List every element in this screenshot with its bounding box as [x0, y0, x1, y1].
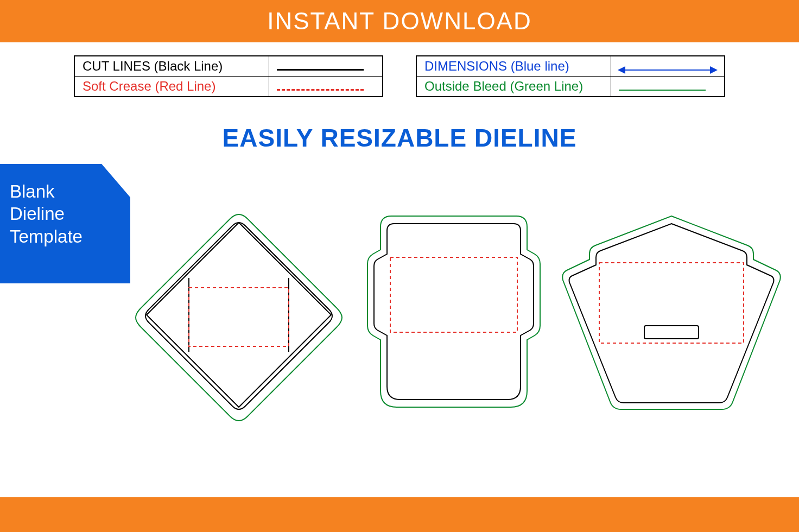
legend-cut-lines-label: CUT LINES (Black Line) — [74, 56, 269, 77]
blank-dieline-badge: Blank Dieline Template — [0, 164, 130, 283]
svg-rect-1 — [390, 257, 517, 332]
svg-rect-2 — [644, 326, 699, 339]
black-line-icon — [277, 69, 364, 71]
blue-arrow-icon — [619, 69, 716, 71]
legend-dimensions-label: DIMENSIONS (Blue line) — [416, 56, 611, 77]
legend-left: CUT LINES (Black Line) Soft Crease (Red … — [74, 55, 383, 97]
dieline-template-3 — [560, 212, 783, 418]
svg-rect-3 — [599, 263, 744, 343]
legend-cut-lines-sample — [269, 56, 383, 77]
badge-line-2: Dieline — [10, 202, 121, 225]
top-banner-title: INSTANT DOWNLOAD — [267, 8, 532, 35]
legend-bleed-sample — [611, 77, 725, 97]
legend: CUT LINES (Black Line) Soft Crease (Red … — [0, 55, 799, 97]
green-line-icon — [619, 90, 706, 91]
dieline-template-1 — [130, 206, 347, 423]
badge-line-3: Template — [10, 225, 121, 248]
legend-soft-crease-label: Soft Crease (Red Line) — [74, 77, 269, 97]
legend-bleed-label: Outside Bleed (Green Line) — [416, 77, 611, 97]
legend-dimensions-sample — [611, 56, 725, 77]
top-banner: INSTANT DOWNLOAD — [0, 0, 799, 42]
legend-soft-crease-sample — [269, 77, 383, 97]
bottom-banner — [0, 497, 799, 532]
svg-rect-0 — [189, 288, 289, 346]
red-dash-icon — [277, 89, 364, 91]
badge-line-1: Blank — [10, 180, 121, 202]
legend-right: DIMENSIONS (Blue line) Outside Bleed (Gr… — [416, 55, 725, 97]
dieline-template-2 — [364, 212, 543, 418]
dieline-templates — [130, 195, 783, 434]
subtitle: EASILY RESIZABLE DIELINE — [0, 123, 799, 153]
